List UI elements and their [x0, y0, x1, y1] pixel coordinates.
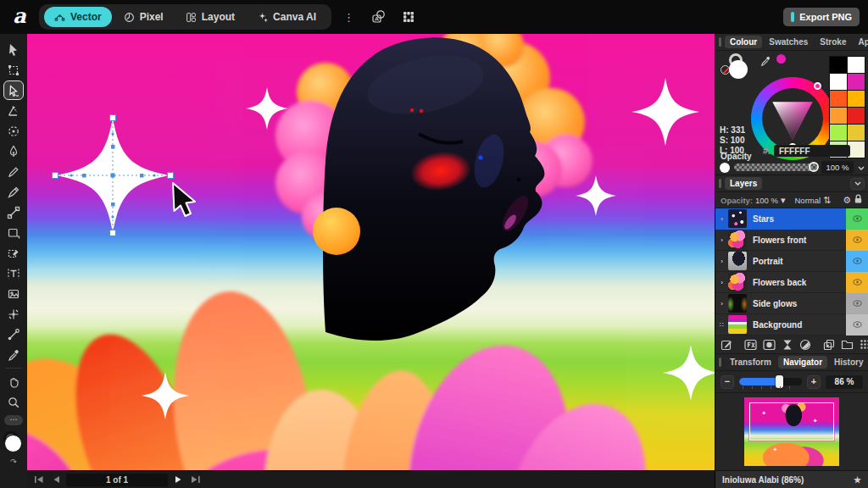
fill-stroke-well[interactable]: [3, 431, 25, 457]
fill-colour-well[interactable]: [4, 435, 22, 452]
layer-row-portrait[interactable]: › Portrait: [715, 251, 868, 272]
layer-opacity-value[interactable]: 100 %: [755, 196, 778, 205]
zoom-out-button[interactable]: −: [721, 375, 734, 389]
next-page-button[interactable]: [171, 474, 185, 485]
point-transform-tool[interactable]: [3, 304, 24, 324]
swatch[interactable]: [830, 57, 847, 73]
layer-expand-chevron[interactable]: ›: [715, 300, 728, 308]
group-button[interactable]: [841, 339, 854, 350]
studio-grid-button[interactable]: [397, 7, 420, 27]
artboard-tool[interactable]: [3, 60, 24, 80]
colour-wells[interactable]: [721, 53, 760, 82]
swap-colours-button[interactable]: ↷: [3, 458, 25, 466]
zoom-slider-track[interactable]: [739, 378, 802, 385]
swatch[interactable]: [848, 108, 865, 124]
layer-visibility-strip[interactable]: [846, 293, 868, 314]
layer-visibility-strip[interactable]: [846, 230, 868, 251]
vector-node-handle[interactable]: [168, 173, 174, 179]
colour-picker-button[interactable]: [760, 55, 771, 69]
layer-visibility-strip[interactable]: [846, 208, 868, 230]
zoom-in-button[interactable]: +: [807, 375, 821, 389]
tab-layout[interactable]: Layout: [175, 7, 245, 27]
layer-expand-chevron[interactable]: ›: [715, 279, 728, 286]
layer-visibility-strip[interactable]: [846, 251, 868, 272]
hex-input[interactable]: FFFFFF: [774, 145, 850, 157]
layer-row-side-glows[interactable]: › Side glows: [715, 293, 868, 314]
vector-node-handle[interactable]: [53, 173, 58, 179]
swatch[interactable]: [848, 141, 865, 158]
tab-colour[interactable]: Colour: [725, 36, 762, 48]
tab-appearance[interactable]: Appearance: [853, 36, 868, 48]
smooth-tool[interactable]: [3, 202, 24, 222]
tab-stroke[interactable]: Stroke: [815, 36, 851, 48]
frame-text-tool[interactable]: [3, 263, 24, 283]
swatch[interactable]: [848, 91, 865, 107]
tab-transform[interactable]: Transform: [725, 356, 776, 369]
contour-tool[interactable]: [3, 101, 24, 120]
layer-settings-gear-icon[interactable]: ⚙: [843, 196, 851, 205]
pen-tool[interactable]: [3, 141, 24, 161]
tab-history[interactable]: History: [829, 356, 868, 369]
tab-navigator[interactable]: Navigator: [778, 356, 827, 369]
pattern-button[interactable]: [860, 339, 868, 350]
fx-button[interactable]: [744, 339, 757, 351]
mask-button[interactable]: [763, 339, 776, 351]
page-indicator[interactable]: 1 of 1: [66, 474, 168, 486]
assets-button[interactable]: [366, 7, 390, 27]
opacity-slider[interactable]: [734, 164, 817, 171]
favourite-star-icon[interactable]: ★: [854, 475, 861, 485]
layer-expand-chevron[interactable]: ›: [715, 258, 728, 265]
opacity-dropdown[interactable]: [858, 163, 865, 172]
tab-layers[interactable]: Layers: [725, 177, 762, 190]
opacity-value[interactable]: 100 %: [821, 161, 854, 174]
current-colour-dot[interactable]: [776, 54, 786, 64]
canvas-viewport[interactable]: [27, 34, 715, 470]
panel-drag-handle[interactable]: [719, 37, 721, 47]
panel-drag-handle[interactable]: [719, 358, 721, 367]
layer-visibility-strip[interactable]: [846, 314, 868, 336]
blend-mode-select[interactable]: Normal: [794, 196, 821, 205]
insert-inside-button[interactable]: [823, 339, 835, 351]
gradient-tool[interactable]: [3, 324, 24, 344]
layer-row-stars[interactable]: › Stars: [715, 208, 868, 230]
layer-visibility-strip[interactable]: [846, 272, 868, 293]
zoom-slider[interactable]: [739, 375, 802, 389]
fill-well[interactable]: [729, 60, 748, 79]
panel-drag-handle[interactable]: [719, 179, 721, 188]
opacity-slider-thumb[interactable]: [809, 162, 819, 172]
navigator-thumbnail[interactable]: ✦ ✦ ✦: [744, 397, 839, 466]
vector-node-handle[interactable]: [110, 115, 116, 121]
tab-canva-ai[interactable]: Canva AI: [247, 7, 326, 27]
zoom-value[interactable]: 86 %: [826, 375, 863, 389]
layer-lock-icon[interactable]: [854, 194, 863, 206]
node-tool[interactable]: [3, 80, 24, 100]
hand-tool[interactable]: [3, 372, 24, 391]
export-png-button[interactable]: Export PNG: [783, 8, 860, 26]
layer-row-background[interactable]: ∷ Background: [715, 314, 868, 336]
tab-swatches[interactable]: Swatches: [764, 36, 813, 48]
shape-builder-tool[interactable]: [3, 243, 24, 263]
swatch[interactable]: [848, 125, 865, 141]
more-tools-button[interactable]: ⋯: [4, 415, 23, 425]
swatch[interactable]: [848, 74, 865, 90]
tab-vector[interactable]: Vector: [44, 7, 112, 27]
affinity-logo[interactable]: a: [8, 6, 31, 28]
swatch[interactable]: [830, 108, 847, 124]
shape-tool[interactable]: [3, 223, 24, 242]
swatch[interactable]: [830, 74, 847, 90]
adjustment-button[interactable]: [782, 339, 793, 351]
selection-brush-tool[interactable]: [3, 121, 24, 141]
vector-brush-tool[interactable]: [3, 182, 24, 202]
previous-page-button[interactable]: [49, 474, 63, 485]
first-page-button[interactable]: [32, 474, 46, 485]
live-filter-button[interactable]: [799, 339, 811, 351]
layer-row-flowers-back[interactable]: › Flowers back: [715, 272, 868, 293]
swatch[interactable]: [830, 91, 847, 107]
layer-expand-chevron[interactable]: ›: [715, 236, 728, 244]
last-page-button[interactable]: [188, 474, 202, 485]
pencil-tool[interactable]: [3, 162, 24, 181]
swatch[interactable]: [848, 57, 865, 73]
blend-mode-caret-icon[interactable]: ⇅: [823, 196, 831, 205]
vector-node-handle[interactable]: [110, 230, 116, 236]
image-tool[interactable]: [3, 284, 24, 303]
